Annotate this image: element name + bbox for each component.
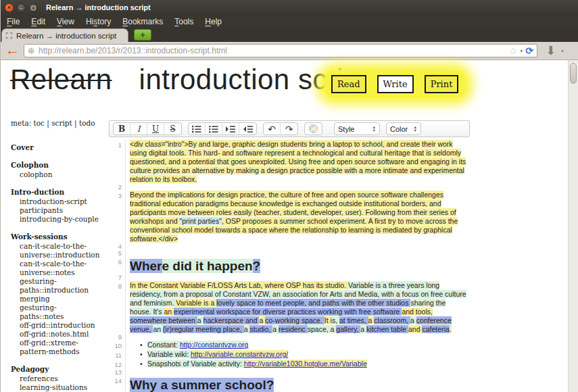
italic-icon[interactable]: I — [130, 123, 147, 134]
sidebar-link[interactable]: introducing-by-couple — [11, 215, 100, 224]
line-content[interactable] — [125, 369, 470, 376]
line-number: 2 — [109, 184, 125, 191]
highlighted-text: Why a summer school? — [130, 378, 274, 392]
tab-favicon-icon — [6, 32, 12, 39]
print-button[interactable]: Print — [425, 75, 459, 93]
menu-view[interactable]: View — [57, 17, 74, 26]
line-content[interactable]: Beyond the implications for design pract… — [125, 191, 470, 243]
sidebar-link[interactable]: introduction-script — [11, 197, 100, 206]
sidebar-link[interactable]: references — [11, 374, 100, 383]
window-buttons: × – ▢ — [5, 3, 38, 12]
color-dropdown[interactable]: Color▲▼ — [386, 122, 421, 135]
reload-icon[interactable]: ⟳ — [525, 45, 533, 56]
toolbar-group — [188, 122, 257, 135]
highlighted-text: a — [410, 316, 416, 324]
highlighted-text: gallery, — [336, 325, 360, 333]
sidebar-link[interactable]: can-it-scale-to-the-universe::notes — [11, 260, 100, 277]
sidebar-link[interactable]: gesturing-paths::notes — [11, 303, 100, 321]
ordered-list-icon[interactable] — [189, 123, 206, 134]
menu-history[interactable]: History — [86, 17, 111, 26]
highlighted-text: is, — [331, 316, 339, 324]
sidebar-link[interactable]: participants — [11, 206, 100, 215]
window-close-button[interactable]: × — [5, 3, 14, 12]
line-number: 13 — [109, 369, 125, 376]
sidebar-link[interactable]: can-it-scale-to-the-universe::introducti… — [11, 242, 100, 260]
highlighted-text: a — [272, 325, 279, 333]
sidebar-link[interactable]: off-grid::notes.html — [11, 330, 100, 339]
line-content[interactable] — [125, 243, 470, 250]
new-tab-button[interactable]: + — [134, 29, 151, 41]
urlbar-dropdown-icon[interactable]: ▾ — [520, 48, 523, 54]
line-content[interactable] — [125, 184, 470, 191]
indent-icon[interactable] — [222, 123, 239, 134]
sidebar-link[interactable]: gesturing-paths::introduction — [11, 277, 100, 295]
undo-icon[interactable]: ↶ — [264, 123, 281, 134]
line-number: 4 — [109, 243, 125, 250]
line-content[interactable] — [125, 250, 470, 257]
url-bar[interactable]: ⊕ http://relearn.be/2013/r/2013::introdu… — [24, 44, 537, 57]
scrollbar-thumb[interactable] — [570, 63, 577, 84]
line-content[interactable]: In the Constant Variable F/LOSS Arts Lab… — [125, 281, 470, 334]
pad-link[interactable]: http://variable1030.hotglue.me/Variable — [244, 360, 367, 368]
redo-icon[interactable]: ↷ — [281, 123, 297, 134]
line-content[interactable]: Snapshots of Variable activity: http://v… — [125, 360, 470, 369]
menu-tools[interactable]: Tools — [174, 17, 193, 26]
toolbar-group: ↶↷ — [263, 122, 298, 135]
unordered-list-icon[interactable] — [206, 123, 222, 134]
editor-body[interactable]: 1<div class="intro">By and large, graphi… — [109, 137, 470, 392]
sidebar-link[interactable]: learning-situations — [11, 383, 100, 392]
tab-strip: Relearn → introduction script + — [1, 28, 578, 42]
sidebar-link[interactable]: merging — [11, 295, 100, 303]
highlighted-text: "print parties" — [180, 217, 222, 225]
site-globe-icon: ⊕ — [28, 46, 34, 55]
line-content[interactable] — [125, 274, 470, 281]
strikethrough-icon[interactable]: S — [164, 123, 181, 134]
site-logo: Relearn — [10, 64, 112, 96]
editor-line: 14Why a summer school? — [109, 376, 470, 392]
sidebar-toc: CoverColophoncolophonIntro-ductionintrod… — [11, 143, 100, 392]
menu-edit[interactable]: Edit — [31, 17, 45, 26]
back-button[interactable]: ← — [5, 42, 20, 58]
outdent-icon[interactable] — [239, 123, 256, 134]
window-minimize-button[interactable]: – — [17, 3, 26, 12]
menu-bookmarks[interactable]: Bookmarks — [122, 17, 163, 26]
bold-icon[interactable]: B — [114, 123, 130, 134]
line-content[interactable]: Why a summer school? — [125, 376, 470, 392]
menu-file[interactable]: File — [7, 17, 20, 26]
browser-tab[interactable]: Relearn → introduction script — [1, 28, 128, 42]
line-content[interactable]: Constant: http://constantvzw.org — [125, 341, 470, 350]
window-maximize-button[interactable]: ▢ — [29, 3, 38, 12]
sidebar-link[interactable]: off-grid::introduction — [11, 321, 100, 330]
line-content[interactable] — [125, 334, 470, 341]
highlighted-text: co-working space. — [265, 316, 324, 324]
sidebar-link[interactable]: colophon — [11, 170, 100, 179]
highlighted-text: residenc — [279, 325, 308, 333]
meta-nav[interactable]: meta: toc | script | todo — [11, 119, 95, 127]
editor-line: 3Beyond the implications for design prac… — [109, 191, 470, 243]
clear-authorship-colors-icon[interactable] — [304, 122, 322, 135]
line-content[interactable]: <div class="intro">By and large, graphic… — [125, 140, 470, 184]
highlighted-text: In the Constant Variable F/LOSS Arts Lab… — [130, 281, 348, 289]
line-number: 9 — [109, 334, 125, 341]
menu-help[interactable]: Help — [205, 17, 222, 26]
read-button[interactable]: Read — [331, 75, 366, 93]
pad-link[interactable]: http://variable.constantvzw.org/ — [191, 350, 288, 358]
style-dropdown[interactable]: Style▲▼ — [334, 122, 380, 135]
line-content[interactable]: Where did it happen? — [125, 257, 470, 274]
underline-icon[interactable]: U — [147, 123, 164, 134]
write-button[interactable]: Write — [377, 75, 414, 93]
line-number: 11 — [109, 350, 125, 360]
editor-line: 5 — [109, 250, 470, 257]
line-number: 7 — [109, 274, 125, 281]
editor-line: 11Variable wiki: http://variable.constan… — [109, 350, 470, 360]
line-content[interactable]: Variable wiki: http://variable.constantv… — [125, 350, 470, 360]
highlighted-text: a — [331, 325, 337, 333]
line-number: 12 — [109, 360, 125, 369]
highlighted-text: (ir)regular meeting place, — [163, 325, 244, 333]
bookmark-star-icon[interactable]: ☆ — [509, 45, 518, 56]
browser-scrollbar[interactable] — [568, 60, 578, 392]
pad-link[interactable]: http://constantvzw.org — [180, 341, 249, 349]
download-icon[interactable]: ⬇ — [546, 43, 556, 58]
sidebar-link[interactable]: off-grid::xtreme-pattern-methods — [11, 339, 100, 356]
download-dropdown-icon[interactable]: ▾ — [561, 48, 564, 54]
